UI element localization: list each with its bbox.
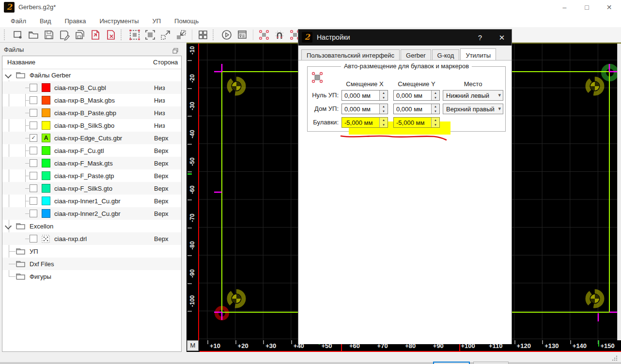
spin-arrows[interactable]: ▲▼ bbox=[431, 91, 439, 100]
tree-file-row[interactable]: ciaa-nxp-Inner2_Cu.gbrВерх bbox=[2, 207, 181, 220]
resize-grip[interactable] bbox=[611, 355, 618, 362]
menu-item-правка[interactable]: Правка bbox=[59, 16, 92, 26]
save-as-icon[interactable] bbox=[59, 29, 70, 41]
tab-пользовательский-интерфейс[interactable]: Пользовательский интерфейс bbox=[301, 49, 400, 61]
layer-color-swatch[interactable] bbox=[42, 96, 50, 105]
close-button[interactable]: ✕ bbox=[598, 0, 620, 15]
close-file-red-icon[interactable] bbox=[105, 29, 117, 41]
layer-checkbox[interactable] bbox=[30, 197, 37, 205]
cancel-button[interactable]: Отмена bbox=[473, 362, 509, 364]
tab-g-код[interactable]: G-код bbox=[432, 49, 460, 61]
tree-file-row[interactable]: ciaa-nxp-B_Paste.gbpНиз bbox=[2, 106, 181, 119]
menu-item-файл[interactable]: Файл bbox=[5, 16, 32, 26]
layer-color-swatch[interactable] bbox=[42, 108, 50, 117]
layer-checkbox[interactable] bbox=[30, 96, 37, 104]
offset-y-spinbox[interactable]: -5,000 мм▲▼ bbox=[393, 117, 440, 128]
tree-file-row[interactable]: ✓Aciaa-nxp-Edge_Cuts.gbrВерх bbox=[2, 132, 181, 144]
offset-y-spinbox[interactable]: 0,000 мм▲▼ bbox=[393, 90, 440, 101]
tab-gerber[interactable]: Gerber bbox=[401, 49, 431, 61]
tree-folder-row[interactable]: УП bbox=[2, 245, 181, 258]
spin-arrows[interactable]: ▲▼ bbox=[379, 104, 388, 114]
snap-magnet-icon[interactable] bbox=[274, 29, 285, 41]
layer-checkbox[interactable] bbox=[30, 159, 37, 167]
spin-up-icon[interactable]: ▲ bbox=[380, 118, 388, 122]
spin-arrows[interactable]: ▲▼ bbox=[379, 91, 388, 100]
spin-arrows[interactable]: ▲▼ bbox=[431, 104, 439, 114]
spin-up-icon[interactable]: ▲ bbox=[432, 91, 439, 95]
layer-checkbox[interactable] bbox=[30, 235, 37, 243]
layer-color-swatch[interactable]: A bbox=[42, 134, 50, 142]
maximize-button[interactable]: □ bbox=[576, 0, 598, 15]
spin-down-icon[interactable]: ▼ bbox=[380, 122, 388, 127]
panel-float-icon[interactable] bbox=[172, 47, 178, 56]
save-icon[interactable] bbox=[43, 29, 55, 41]
tree-folder-row[interactable]: Dxf Files bbox=[2, 258, 181, 270]
layer-color-swatch[interactable] bbox=[42, 121, 50, 130]
place-dropdown[interactable]: Нижний левый▾ bbox=[443, 90, 503, 101]
tree-file-row[interactable]: ciaa-nxp-B_SilkS.gboНиз bbox=[2, 119, 181, 132]
layer-checkbox[interactable] bbox=[30, 210, 37, 217]
spin-value[interactable]: 0,000 мм bbox=[396, 106, 422, 113]
tree-file-row[interactable]: ciaa-nxp-B_Cu.gblНиз bbox=[2, 81, 181, 94]
ok-button[interactable]: OK bbox=[433, 362, 470, 364]
import-red-icon[interactable] bbox=[90, 29, 101, 41]
layer-checkbox[interactable] bbox=[30, 121, 37, 129]
layer-color-swatch[interactable] bbox=[42, 171, 50, 180]
tree-file-row[interactable]: ciaa-nxp-F_Mask.gtsВерх bbox=[2, 157, 181, 169]
tree-folder-row[interactable]: Фигуры bbox=[2, 270, 181, 283]
tree-file-row[interactable]: ciaa-nxp-Inner1_Cu.gbrВерх bbox=[2, 195, 181, 207]
spin-down-icon[interactable]: ▼ bbox=[432, 109, 439, 114]
menu-item-вид[interactable]: Вид bbox=[34, 16, 57, 26]
save-all-icon[interactable] bbox=[74, 29, 86, 41]
layer-checkbox[interactable] bbox=[30, 147, 37, 154]
spin-down-icon[interactable]: ▼ bbox=[380, 95, 388, 100]
new-file-icon[interactable] bbox=[12, 29, 24, 41]
tree-folder-row[interactable]: Excellon bbox=[2, 220, 181, 232]
offset-x-spinbox[interactable]: -5,000 мм▲▼ bbox=[342, 117, 388, 128]
ruler-units-button[interactable]: M bbox=[187, 340, 199, 351]
offset-x-spinbox[interactable]: 0,000 мм▲▼ bbox=[342, 104, 388, 114]
zoom-window-icon[interactable] bbox=[144, 29, 156, 41]
menu-item-помощь[interactable]: Помощь bbox=[169, 16, 204, 26]
toolbar-handle[interactable] bbox=[4, 30, 8, 40]
layer-color-swatch[interactable] bbox=[42, 146, 50, 155]
layer-color-swatch[interactable] bbox=[42, 209, 50, 218]
corner-markers-icon[interactable] bbox=[258, 29, 270, 41]
place-dropdown[interactable]: Верхний правый▾ bbox=[443, 104, 503, 114]
spin-up-icon[interactable]: ▲ bbox=[380, 104, 388, 109]
dialog-help-button[interactable]: ? bbox=[470, 30, 490, 46]
layer-checkbox[interactable] bbox=[30, 184, 37, 192]
tree-folder-row[interactable]: Файлы Gerber bbox=[2, 69, 181, 81]
zoom-in-selection-icon[interactable] bbox=[175, 29, 187, 41]
tree-file-row[interactable]: ciaa-nxp-F_SilkS.gtoВерх bbox=[2, 182, 181, 195]
spin-arrows[interactable]: ▲▼ bbox=[431, 118, 439, 127]
offset-y-spinbox[interactable]: 0,000 мм▲▼ bbox=[393, 104, 440, 114]
spin-value[interactable]: 0,000 мм bbox=[344, 92, 371, 99]
spin-value[interactable]: 0,000 мм bbox=[396, 92, 422, 99]
layer-checkbox[interactable] bbox=[30, 84, 37, 91]
chevron-down-icon[interactable] bbox=[5, 72, 12, 78]
chevron-down-icon[interactable] bbox=[5, 223, 12, 229]
layer-color-swatch[interactable] bbox=[42, 83, 50, 92]
spin-down-icon[interactable]: ▼ bbox=[432, 95, 439, 100]
dialog-title-bar[interactable]: 2 Настройки ? ✕ bbox=[298, 30, 512, 46]
zoom-fit-icon[interactable] bbox=[129, 29, 140, 41]
menu-item-уп[interactable]: УП bbox=[146, 16, 167, 26]
run-icon[interactable] bbox=[221, 29, 233, 41]
dialog-close-button[interactable]: ✕ bbox=[492, 30, 512, 46]
toolbar-handle[interactable] bbox=[213, 30, 217, 40]
tree-file-row[interactable]: ciaa-nxp-F_Cu.gtlВерх bbox=[2, 144, 181, 157]
toolbar-handle[interactable] bbox=[121, 30, 124, 40]
spin-up-icon[interactable]: ▲ bbox=[432, 104, 439, 109]
tree-file-row[interactable]: ciaa-nxp-B_Mask.gbsНиз bbox=[2, 94, 181, 106]
tree-file-row[interactable]: ciaa-nxp-F_Paste.gtpВерх bbox=[2, 169, 181, 182]
layer-color-swatch[interactable] bbox=[42, 159, 50, 167]
spin-value[interactable]: -5,000 мм bbox=[344, 119, 373, 126]
job-form-icon[interactable] bbox=[236, 29, 248, 41]
tile-views-icon[interactable] bbox=[197, 29, 209, 41]
layer-checkbox[interactable] bbox=[30, 109, 37, 117]
open-file-icon[interactable] bbox=[28, 29, 39, 41]
tree-file-row[interactable]: ciaa-nxp.drlВерх bbox=[2, 232, 181, 245]
minimize-button[interactable]: – bbox=[554, 0, 575, 15]
offset-x-spinbox[interactable]: 0,000 мм▲▼ bbox=[342, 90, 388, 101]
